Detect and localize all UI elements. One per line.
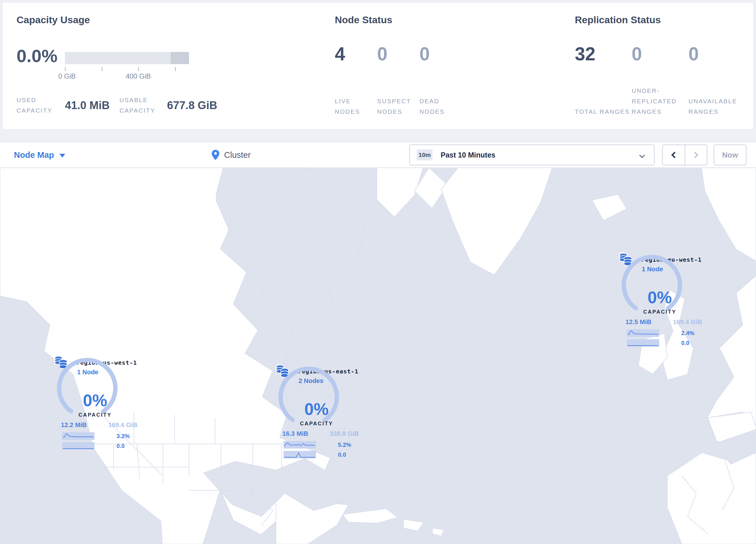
unavailable-ranges-count: 0 <box>688 43 745 75</box>
capacity-caption: CAPACITY <box>631 309 689 315</box>
time-next-button[interactable] <box>685 145 707 165</box>
capacity-percent: 0% <box>631 288 689 307</box>
breadcrumb[interactable]: Cluster <box>212 142 251 167</box>
qps-sparkline <box>627 339 659 347</box>
cpu-sparkline <box>627 329 659 337</box>
capacity-axis-tick <box>102 67 102 71</box>
time-range-selector[interactable]: 10m Past 10 Minutes <box>409 144 655 165</box>
qps-sparkline <box>62 442 95 450</box>
used-capacity-value: 41.0 MiB <box>65 99 110 112</box>
live-nodes-label: LIVE NODES <box>335 75 377 117</box>
unavailable-ranges-label: UNAVAILABLE RANGES <box>688 75 745 117</box>
dead-nodes-label: DEAD NODES <box>419 75 462 117</box>
capacity-usage-title: Capacity Usage <box>17 14 90 26</box>
total-capacity: 338.9 GiB <box>330 430 359 438</box>
capacity-percent: 0% <box>66 391 124 410</box>
dead-nodes-count: 0 <box>419 43 462 75</box>
time-range-badge: 10m <box>417 149 432 160</box>
caret-down-icon <box>59 154 65 157</box>
qps-sparkline <box>283 451 316 458</box>
qps-value: 0.0 <box>681 340 689 347</box>
suspect-nodes-count: 0 <box>377 43 419 75</box>
live-nodes-count: 4 <box>335 43 377 75</box>
capacity-percent: 0% <box>288 399 346 419</box>
used-capacity: 16.3 MiB <box>282 430 308 438</box>
map-toolbar: Node Map Cluster 10m Past 10 Minutes Now <box>0 142 756 168</box>
cpu-value: 3.2% <box>117 433 130 440</box>
capacity-axis-label: 400 GiB <box>126 72 151 80</box>
capacity-caption: CAPACITY <box>66 412 124 418</box>
total-ranges-label: TOTAL RANGES <box>575 75 632 117</box>
capacity-usage-percent: 0.0% <box>17 46 57 66</box>
cpu-value: 5.2% <box>338 442 351 448</box>
qps-value: 0.0 <box>338 452 346 458</box>
capacity-usage-bar <box>65 52 189 64</box>
chevron-left-icon <box>671 152 678 158</box>
locality-us-east-1[interactable]: region=us-east-1 2 Nodes 0% CAPACITY 16.… <box>275 364 362 461</box>
chevron-down-icon <box>639 152 645 158</box>
cpu-sparkline <box>62 432 95 440</box>
used-capacity: 12.2 MiB <box>61 421 87 429</box>
used-capacity: 12.5 MiB <box>626 318 651 326</box>
cpu-value: 2.4% <box>681 330 695 337</box>
locality-eu-west-1[interactable]: region=eu-west-1 1 Node 0% CAPACITY 12.5… <box>619 252 706 350</box>
replication-status-title: Replication Status <box>575 14 661 26</box>
used-capacity-label: USED CAPACITY <box>17 95 65 116</box>
capacity-summary: USED CAPACITY 41.0 MiB USABLE CAPACITY 6… <box>17 95 227 116</box>
total-capacity: 169.4 GiB <box>673 318 702 326</box>
qps-value: 0.0 <box>117 443 125 449</box>
total-capacity: 169.4 GiB <box>108 421 137 429</box>
capacity-caption: CAPACITY <box>288 421 346 427</box>
usable-capacity-value: 677.8 GiB <box>167 99 217 112</box>
capacity-usage-bar-segment <box>171 52 189 64</box>
cluster-summary-bar: Capacity Usage 0.0% 0 GiB 400 GiB USED C… <box>2 2 754 129</box>
view-selector-dropdown[interactable]: Node Map <box>14 142 65 167</box>
chevron-right-icon <box>692 152 699 158</box>
suspect-nodes-label: SUSPECT NODES <box>377 75 419 117</box>
time-prev-button[interactable] <box>663 145 685 165</box>
usable-capacity-label: USABLE CAPACITY <box>119 95 167 116</box>
capacity-axis-tick <box>65 67 66 71</box>
under-replicated-label: UNDER-REPLICATED RANGES <box>632 75 688 117</box>
replication-status-columns: 32 TOTAL RANGES 0 UNDER-REPLICATED RANGE… <box>575 43 745 117</box>
node-map-canvas[interactable]: region=us-west-1 1 Node 0% CAPACITY 12.2… <box>0 168 756 544</box>
location-pin-icon <box>212 150 219 160</box>
capacity-axis-tick <box>138 67 139 71</box>
view-selector-label: Node Map <box>14 150 54 160</box>
total-ranges-count: 32 <box>575 43 632 75</box>
under-replicated-count: 0 <box>632 43 688 75</box>
time-window-nav <box>662 144 707 165</box>
capacity-axis-tick <box>175 67 176 71</box>
breadcrumb-label: Cluster <box>224 150 251 160</box>
node-status-columns: 4 LIVE NODES 0 SUSPECT NODES 0 DEAD NODE… <box>335 43 462 117</box>
cpu-sparkline <box>283 441 316 449</box>
now-button[interactable]: Now <box>714 144 746 165</box>
capacity-axis-label: 0 GiB <box>58 72 76 80</box>
node-status-title: Node Status <box>335 14 392 26</box>
time-range-label: Past 10 Minutes <box>441 151 495 159</box>
locality-us-west-1[interactable]: region=us-west-1 1 Node 0% CAPACITY 12.2… <box>54 355 141 453</box>
